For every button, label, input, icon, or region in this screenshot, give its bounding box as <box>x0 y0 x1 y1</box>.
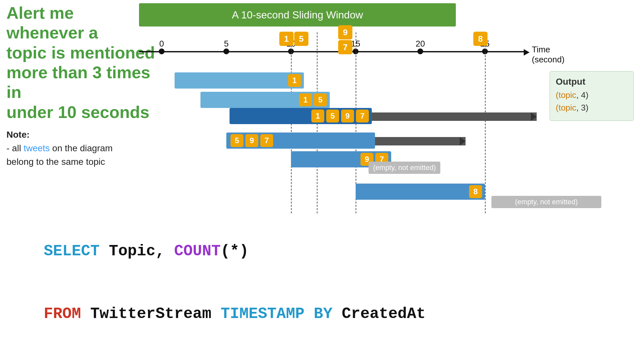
badge-6a: 8 <box>469 185 482 198</box>
sql-line-1: SELECT Topic, COUNT(*) <box>6 220 427 282</box>
sql-by1 <box>305 305 314 323</box>
kw-by1: BY <box>314 305 333 323</box>
output-item-1: (topic, 4) <box>556 90 628 100</box>
win-bar-4: 5 9 7 <box>226 133 375 149</box>
badge-4c: 7 <box>260 134 273 147</box>
dot-5 <box>223 48 229 54</box>
sql-section: SELECT Topic, COUNT(*) FROM TwitterStrea… <box>6 220 427 361</box>
badge-2a: 1 <box>299 93 312 106</box>
badge-4b: 9 <box>245 134 258 147</box>
win-bar-4-ext <box>375 137 466 145</box>
empty-label-1: (empty, not emitted) <box>369 162 440 174</box>
alert-text: Alert me whenever a topic is mentioned m… <box>6 3 155 122</box>
win-bar-3-arrow <box>531 112 537 121</box>
badge-3b: 5 <box>326 110 339 122</box>
note-text3: belong to the same topic <box>6 157 105 167</box>
badge-4a: 5 <box>231 134 243 147</box>
empty-label-2: (empty, not emitted) <box>491 196 601 208</box>
alert-line4: under 10 seconds <box>6 103 149 122</box>
event-bubble-9-stacked-top: 9 <box>338 25 352 39</box>
sql-createdat: CreatedAt <box>332 305 425 323</box>
header-bar: A 10-second Sliding Window <box>139 3 456 27</box>
timeline-label: Time (second) <box>532 45 564 65</box>
event-bubble-7-stacked-top: 7 <box>338 40 352 54</box>
tweets-word: tweets <box>24 143 50 153</box>
dot-0 <box>159 48 165 54</box>
output-item-2: (topic, 3) <box>556 103 628 113</box>
alert-line1: Alert me whenever a <box>6 4 98 42</box>
tick-5: 5 <box>224 39 229 49</box>
badge-3d: 7 <box>356 110 369 122</box>
win-bar-3: 1 5 9 7 <box>230 108 372 124</box>
tick-0: 0 <box>159 39 164 49</box>
output-title: Output <box>556 77 628 87</box>
timeline-arrow <box>524 49 530 56</box>
dashed-line-25 <box>485 32 486 213</box>
alert-line3: more than 3 times in <box>6 63 150 101</box>
event-bubble-8-top: 8 <box>473 32 488 46</box>
badge-3a: 1 <box>311 110 324 122</box>
event-bubble-5-top: 5 <box>294 32 308 46</box>
output-topic-1: (topic <box>556 90 576 100</box>
win-bar-2: 1 5 <box>200 92 330 108</box>
note-text2: on the diagram <box>50 143 113 153</box>
event-bubble-1-top: 1 <box>279 32 294 46</box>
win-bar-1: 1 <box>175 72 304 89</box>
note-section: Note: - all tweets on the diagram belong… <box>6 128 155 169</box>
win-bar-3-ext <box>372 112 537 121</box>
badge-2b: 5 <box>314 93 327 106</box>
diagram-area: A 10-second Sliding Window Time (second)… <box>139 3 634 217</box>
output-num-1: , 4) <box>576 90 589 100</box>
note-label: Note <box>6 130 27 140</box>
timeline-label-line2: (second) <box>532 55 564 65</box>
badge-3c: 9 <box>341 110 354 122</box>
sql-star1: (*) <box>221 242 249 260</box>
alert-line2: topic is mentioned <box>6 43 155 62</box>
kw-count1: COUNT <box>174 242 220 260</box>
note-text1: - all <box>6 143 24 153</box>
output-topic-2: (topic <box>556 103 576 112</box>
badge-1a: 1 <box>288 74 301 87</box>
sql-line-3: GROUP BY Topic, SlidingWindow(second, 10… <box>6 345 427 361</box>
sql-line-2: FROM TwitterStream TIMESTAMP BY CreatedA… <box>6 282 427 345</box>
timeline-label-line1: Time <box>532 45 564 55</box>
dot-20 <box>417 48 423 54</box>
sql-topic1: Topic, <box>100 242 174 260</box>
win-bar-4-arrow <box>460 137 466 145</box>
sql-twitterstream: TwitterStream <box>81 305 220 323</box>
win-bar-6: 8 <box>356 184 485 200</box>
left-panel: Alert me whenever a topic is mentioned m… <box>6 3 155 169</box>
header-bar-text: A 10-second Sliding Window <box>232 9 363 21</box>
timeline <box>139 51 527 52</box>
tick-20: 20 <box>416 39 425 49</box>
kw-timestamp: TIMESTAMP <box>221 305 305 323</box>
output-num-2: , 3) <box>576 103 589 112</box>
kw-from: FROM <box>44 305 81 323</box>
output-box: Output (topic, 4) (topic, 3) <box>550 71 634 121</box>
kw-select: SELECT <box>44 242 100 260</box>
